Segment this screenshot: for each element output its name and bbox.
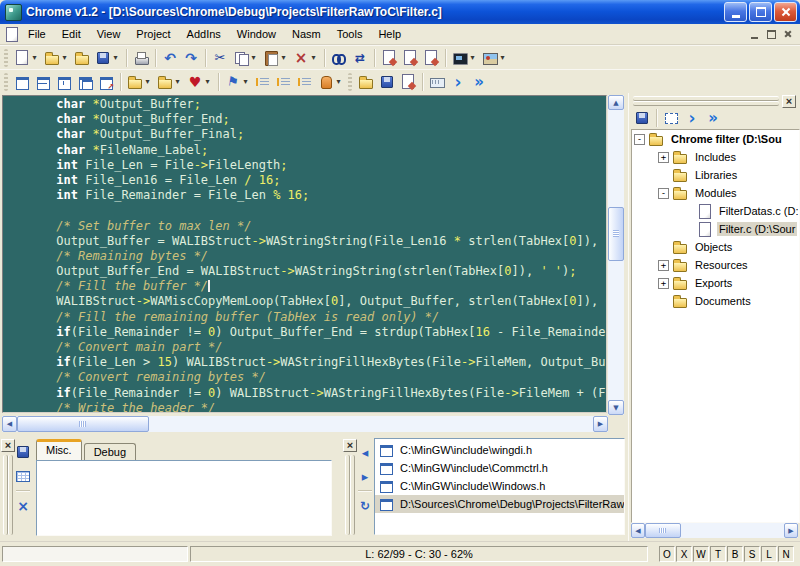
scroll-left-button[interactable] <box>2 416 17 432</box>
status-flag-s[interactable]: S <box>744 546 760 562</box>
horizontal-scroll-thumb[interactable] <box>645 523 681 538</box>
new-document-button[interactable] <box>12 47 41 69</box>
toolbar-grip[interactable] <box>4 49 8 67</box>
code-editor[interactable]: char *Output_Buffer; char *Output_Buffer… <box>2 95 607 413</box>
indent-lines-b-button[interactable] <box>295 71 315 93</box>
misc-panel-drag-handle[interactable] <box>8 455 13 535</box>
find-button[interactable] <box>329 47 349 69</box>
scroll-down-button[interactable] <box>608 400 624 415</box>
tab-debug[interactable]: Debug <box>84 443 136 460</box>
scroll-up-button[interactable] <box>608 95 624 110</box>
list-item[interactable]: D:\Sources\Chrome\Debug\Projects\FilterR… <box>375 495 624 513</box>
redo-button[interactable] <box>181 47 201 69</box>
horizontal-scroll-thumb[interactable] <box>17 416 149 432</box>
run-arrow-button[interactable] <box>682 107 702 129</box>
undo-button[interactable] <box>160 47 180 69</box>
minimize-button[interactable] <box>724 2 747 22</box>
window-restore-button[interactable] <box>96 71 116 93</box>
dropdown-arrow-icon[interactable] <box>60 47 69 69</box>
project-panel-horizontal-scrollbar[interactable] <box>631 523 798 538</box>
save-file-button[interactable] <box>93 47 122 69</box>
dropdown-arrow-icon[interactable] <box>468 47 477 69</box>
replace-button[interactable] <box>350 47 370 69</box>
menu-window[interactable]: Window <box>229 25 284 43</box>
folder-open-a-button[interactable] <box>125 71 154 93</box>
tree-item-filterdatas-c-d[interactable]: FilterDatas.c (D: <box>632 202 799 220</box>
tree-expander-icon[interactable]: + <box>658 152 669 163</box>
console-ga-button[interactable] <box>450 47 479 69</box>
tree-item-documents[interactable]: Documents <box>632 292 799 310</box>
status-flag-b[interactable]: B <box>727 546 743 562</box>
image-viewer-button[interactable] <box>480 47 509 69</box>
hand-grab-button[interactable] <box>316 71 345 93</box>
run-double-arrow-button[interactable] <box>469 71 489 93</box>
tree-expander-icon[interactable]: + <box>658 278 669 289</box>
tree-item-modules[interactable]: -Modules <box>632 184 799 202</box>
menu-edit[interactable]: Edit <box>54 25 89 43</box>
tree-expander-icon[interactable]: - <box>634 134 645 145</box>
dropdown-arrow-icon[interactable] <box>173 71 182 93</box>
panel-drag-handle[interactable] <box>633 101 779 106</box>
copy-button[interactable] <box>231 47 260 69</box>
edit-doc-3-button[interactable] <box>421 47 441 69</box>
dropdown-arrow-icon[interactable] <box>334 71 343 93</box>
run-double-arrow-button[interactable] <box>703 107 723 129</box>
status-flag-x[interactable]: X <box>676 546 692 562</box>
vertical-scroll-thumb[interactable] <box>608 207 624 261</box>
title-bar[interactable]: Chrome v1.2 - [D:\Sources\Chrome\Debug\P… <box>0 0 800 24</box>
keyboard-macro-button[interactable] <box>427 71 447 93</box>
tree-expander-icon[interactable]: - <box>658 188 669 199</box>
scroll-right-button[interactable] <box>593 416 608 432</box>
open-file-button[interactable] <box>42 47 71 69</box>
misc-panel-close-button[interactable] <box>1 439 15 452</box>
delete-button[interactable] <box>291 47 320 69</box>
dropdown-arrow-icon[interactable] <box>498 47 507 69</box>
grid-view-button[interactable] <box>15 465 31 487</box>
window-new-button[interactable] <box>12 71 32 93</box>
menu-file[interactable]: File <box>20 25 54 43</box>
save-misc-button[interactable] <box>15 441 31 463</box>
edit-doc-1-button[interactable] <box>379 47 399 69</box>
tree-item-objects[interactable]: Objects <box>632 238 799 256</box>
close-button[interactable] <box>774 2 797 22</box>
window-cascade-button[interactable] <box>75 71 95 93</box>
reopen-file-button[interactable] <box>72 47 92 69</box>
edit-doc-4-button[interactable] <box>398 71 418 93</box>
project-tree[interactable]: -Chrome filter (D:\Sou+IncludesLibraries… <box>631 129 800 523</box>
dropdown-arrow-icon[interactable] <box>309 47 318 69</box>
export-window-button[interactable] <box>661 107 681 129</box>
tree-item-libraries[interactable]: Libraries <box>632 166 799 184</box>
dropdown-arrow-icon[interactable] <box>143 71 152 93</box>
menu-tools[interactable]: Tools <box>329 25 371 43</box>
tree-expander-icon[interactable]: + <box>658 260 669 271</box>
tab-misc[interactable]: Misc. <box>36 439 82 460</box>
status-flag-n[interactable]: N <box>778 546 794 562</box>
tree-item-resources[interactable]: +Resources <box>632 256 799 274</box>
prev-item-button[interactable] <box>357 441 373 463</box>
save-file-2-button[interactable] <box>377 71 397 93</box>
print-button[interactable] <box>131 47 151 69</box>
restore-button[interactable] <box>749 2 772 22</box>
dropdown-arrow-icon[interactable] <box>249 47 258 69</box>
tree-item-filter-c-d-sour[interactable]: Filter.c (D:\Sour <box>632 220 799 238</box>
status-flag-l[interactable]: L <box>761 546 777 562</box>
refresh-list-button[interactable] <box>357 495 373 517</box>
toolbar-grip[interactable] <box>4 73 8 91</box>
menu-addins[interactable]: AddIns <box>179 25 229 43</box>
favorites-heart-button[interactable] <box>185 71 214 93</box>
status-flag-w[interactable]: W <box>693 546 709 562</box>
scroll-right-button[interactable] <box>784 523 798 538</box>
tree-item-exports[interactable]: +Exports <box>632 274 799 292</box>
includes-list[interactable]: C:\MinGW\include\wingdi.hC:\MinGW\includ… <box>374 438 625 535</box>
indent-undo-button[interactable] <box>274 71 294 93</box>
list-item[interactable]: C:\MinGW\include\wingdi.h <box>375 441 624 459</box>
menu-help[interactable]: Help <box>370 25 409 43</box>
toolbar-grip[interactable] <box>348 73 352 91</box>
editor-horizontal-scrollbar[interactable] <box>2 416 608 432</box>
indent-lines-a-button[interactable] <box>253 71 273 93</box>
menu-view[interactable]: View <box>89 25 129 43</box>
mdi-minimize-button[interactable] <box>746 28 762 41</box>
menu-project[interactable]: Project <box>128 25 178 43</box>
edit-doc-2-button[interactable] <box>400 47 420 69</box>
includes-panel-drag-handle[interactable] <box>350 455 355 535</box>
